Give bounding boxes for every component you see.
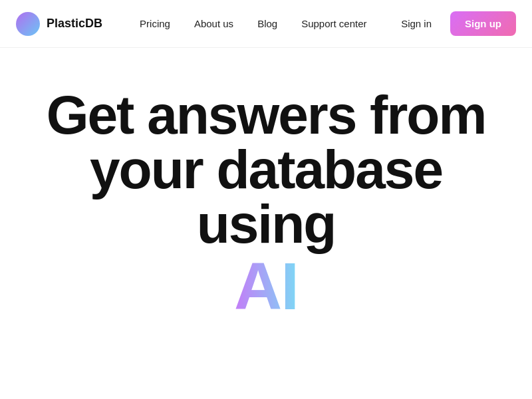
hero-title: Get answers from your database using [47, 88, 486, 251]
navbar: PlasticDB Pricing About us Blog Support … [0, 0, 532, 48]
hero-line3: using [197, 194, 336, 254]
logo-link[interactable]: PlasticDB [16, 12, 102, 36]
hero-line2: your database [90, 139, 442, 200]
hero-line1: Get answers from [47, 84, 486, 145]
sign-in-link[interactable]: Sign in [393, 13, 440, 35]
logo-text: PlasticDB [47, 17, 102, 31]
nav-pricing[interactable]: Pricing [129, 13, 181, 35]
nav-blog[interactable]: Blog [247, 13, 288, 35]
nav-right: Sign in Sign up [393, 11, 516, 36]
hero-section: Get answers from your database using AI [0, 48, 532, 348]
nav-links: Pricing About us Blog Support center [129, 13, 393, 35]
hero-ai-text: AI [234, 251, 298, 321]
nav-about-us[interactable]: About us [184, 13, 244, 35]
nav-support-center[interactable]: Support center [291, 13, 377, 35]
sign-up-button[interactable]: Sign up [450, 11, 516, 36]
logo-icon [16, 12, 40, 36]
